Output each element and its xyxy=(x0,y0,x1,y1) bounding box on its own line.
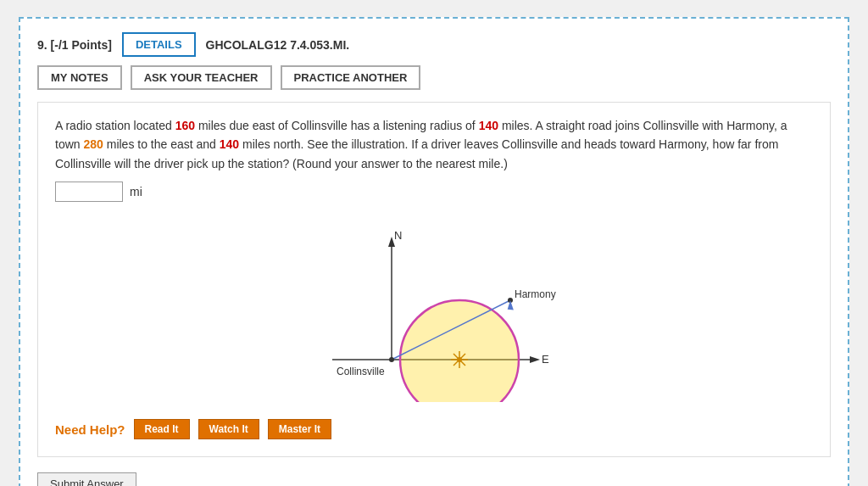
inner-content: A radio station located 160 miles due ea… xyxy=(37,102,831,457)
action-buttons: MY NOTES ASK YOUR TEACHER PRACTICE ANOTH… xyxy=(37,65,831,90)
ask-teacher-button[interactable]: ASK YOUR TEACHER xyxy=(131,65,272,90)
svg-point-10 xyxy=(457,357,462,362)
svg-marker-3 xyxy=(530,356,540,363)
top-bar: 9. [-/1 Points] DETAILS GHCOLALG12 7.4.0… xyxy=(37,32,831,57)
problem-text: A radio station located 160 miles due ea… xyxy=(55,116,813,173)
east-label: E xyxy=(542,353,549,366)
points-label: 9. [-/1 Points] xyxy=(37,38,112,52)
harmony-label: Harmony xyxy=(515,288,556,300)
submit-button[interactable]: Submit Answer xyxy=(37,472,136,486)
need-help-label: Need Help? xyxy=(55,422,125,437)
text-part4: miles to the east and xyxy=(103,137,220,151)
diagram-area: N E xyxy=(55,215,813,402)
details-button[interactable]: DETAILS xyxy=(122,32,196,57)
radio-station-marker xyxy=(451,351,468,368)
diagram-svg: N E xyxy=(290,215,578,402)
collinsville-label: Collinsville xyxy=(337,366,385,377)
master-it-button[interactable]: Master It xyxy=(268,419,331,439)
answer-input[interactable] xyxy=(55,182,123,202)
my-notes-button[interactable]: MY NOTES xyxy=(37,65,122,90)
dist3: 280 xyxy=(83,137,103,151)
problem-code: GHCOLALG12 7.4.053.MI. xyxy=(206,38,350,52)
watch-it-button[interactable]: Watch It xyxy=(198,419,259,439)
need-help-row: Need Help? Read It Watch It Master It xyxy=(55,419,813,439)
answer-row: mi xyxy=(55,182,813,202)
practice-another-button[interactable]: PRACTICE ANOTHER xyxy=(281,65,421,90)
text-part1: A radio station located xyxy=(55,119,175,132)
svg-point-12 xyxy=(389,357,394,362)
read-it-button[interactable]: Read It xyxy=(134,419,190,439)
dist1: 160 xyxy=(175,119,195,132)
dist2: 140 xyxy=(479,119,498,132)
unit-label: mi xyxy=(130,185,142,198)
submit-row: Submit Answer xyxy=(37,472,831,486)
dist4: 140 xyxy=(220,137,239,151)
question-container: 9. [-/1 Points] DETAILS GHCOLALG12 7.4.0… xyxy=(19,17,849,486)
north-label: N xyxy=(394,229,402,242)
text-part2: miles due east of Collinsville has a lis… xyxy=(195,119,479,132)
